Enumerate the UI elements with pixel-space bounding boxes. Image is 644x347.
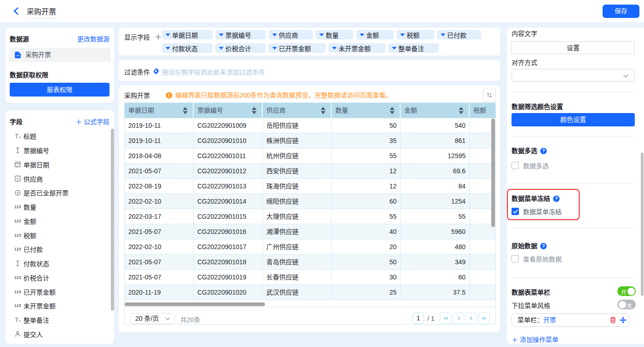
- svg-text:7: 7: [17, 164, 19, 167]
- svg-text:?: ?: [542, 148, 545, 154]
- svg-text:?: ?: [542, 244, 545, 249]
- svg-text:?: ?: [555, 196, 558, 201]
